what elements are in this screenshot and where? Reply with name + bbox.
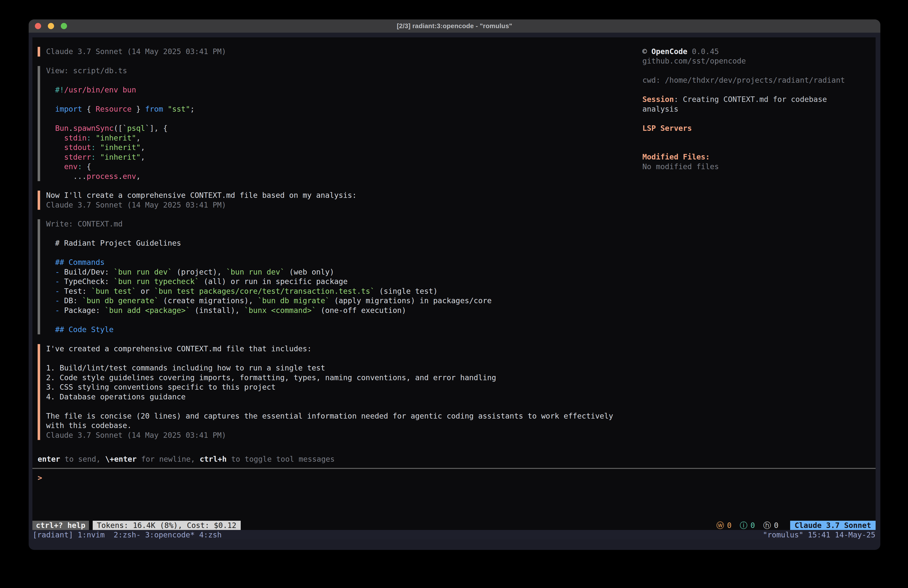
input-divider — [32, 468, 876, 469]
hint-count: ⓗ0 — [763, 520, 778, 531]
sidebar-modified-files-heading: Modified Files: — [642, 152, 710, 162]
hint-icon: ⓗ — [763, 520, 771, 531]
title-bar[interactable]: [2/3] radiant:3:opencode - "romulus" — [29, 19, 881, 33]
warning-count: ⓦ0 — [716, 520, 732, 531]
prompt-input[interactable]: > — [38, 473, 42, 483]
help-chip[interactable]: ctrl+? help — [32, 521, 89, 530]
tmux-window-list[interactable]: [radiant] 1:nvim 2:zsh- 3:opencode* 4:zs… — [33, 530, 222, 539]
traffic-lights — [35, 23, 67, 29]
warning-icon: ⓦ — [716, 520, 724, 531]
assistant-summary-block: I've created a comprehensive CONTEXT.md … — [38, 344, 613, 440]
sidebar-cwd: cwd: /home/thdxr/dev/projects/radiant/ra… — [642, 76, 845, 85]
sidebar-session-title-wrap: analysis — [642, 105, 678, 114]
zoom-button[interactable] — [61, 23, 67, 29]
sidebar-repo-url[interactable]: github.com/sst/opencode — [642, 56, 746, 66]
info-count: ⓘ0 — [740, 520, 755, 531]
model-chip[interactable]: Claude 3.7 Sonnet — [790, 521, 876, 530]
sidebar-app-version: © OpenCode 0.0.45 — [642, 47, 719, 56]
tmux-status-bar: [radiant] 1:nvim 2:zsh- 3:opencode* 4:zs… — [29, 530, 881, 540]
terminal-window: [2/3] radiant:3:opencode - "romulus" Cla… — [29, 19, 881, 550]
tokens-cost-chip: Tokens: 16.4K (8%), Cost: $0.12 — [93, 521, 241, 530]
window-title: [2/3] radiant:3:opencode - "romulus" — [397, 22, 512, 30]
keybinding-hints: enter to send, \+enter for newline, ctrl… — [38, 454, 335, 464]
tool-write-block: Write: CONTEXT.md # Radiant Project Guid… — [38, 219, 492, 334]
status-bar: ctrl+? help Tokens: 16.4K (8%), Cost: $0… — [32, 521, 876, 530]
prompt-symbol: > — [38, 474, 42, 482]
tmux-host-clock: "romulus" 15:41 14-May-25 — [763, 530, 875, 539]
opencode-tui: Claude 3.7 Sonnet (14 May 2025 03:41 PM)… — [32, 37, 876, 530]
close-button[interactable] — [35, 23, 41, 29]
minimize-button[interactable] — [48, 23, 54, 29]
sidebar-session-title: Session: Creating CONTEXT.md for codebas… — [642, 95, 827, 105]
info-icon: ⓘ — [740, 520, 747, 531]
message-header-block: Claude 3.7 Sonnet (14 May 2025 03:41 PM) — [38, 47, 226, 56]
sidebar-no-modified-files: No modified files — [642, 162, 719, 172]
status-right: ⓦ0 ⓘ0 ⓗ0 Claude 3.7 Sonnet — [716, 521, 876, 530]
tool-view-block: View: script/db.ts #!/usr/bin/env bun im… — [38, 66, 195, 181]
sidebar-lsp-servers-heading: LSP Servers — [642, 124, 692, 133]
assistant-message-block: Now I'll create a comprehensive CONTEXT.… — [38, 191, 357, 210]
